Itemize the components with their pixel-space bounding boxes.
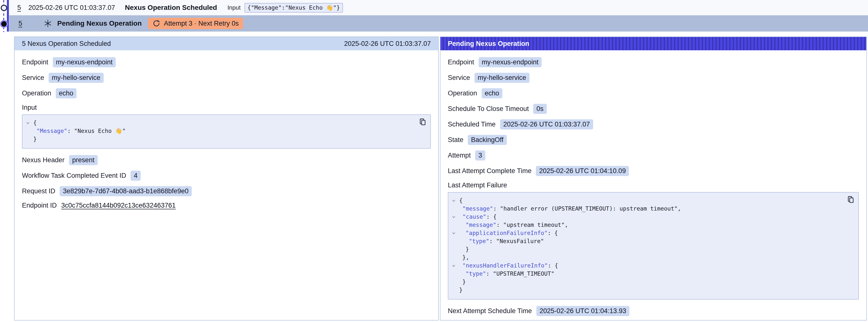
detail-row: Attempt 3 xyxy=(448,151,859,161)
history-row-pending-operation[interactable]: 5 Pending Nexus Operation Attempt 3 · Ne… xyxy=(9,15,868,32)
detail-label: Last Attempt Complete Time xyxy=(448,167,531,175)
code-line: "type": "UPSTREAM_TIMEOUT" xyxy=(452,270,841,278)
code-line-text: "applicationFailureInfo": { xyxy=(459,229,558,237)
chevron-spacer xyxy=(452,245,459,248)
detail-label: Operation xyxy=(448,90,477,97)
code-line: } xyxy=(452,286,841,294)
detail-row: Service my-hello-service xyxy=(22,73,431,83)
code-line: "type": "NexusFailure" xyxy=(452,237,841,245)
copy-button[interactable] xyxy=(418,118,427,127)
chevron-spacer xyxy=(452,254,459,256)
code-line: "applicationFailureInfo": { xyxy=(452,229,841,237)
pending-operation-title: Pending Nexus Operation xyxy=(57,20,142,27)
detail-label: Operation xyxy=(22,90,51,97)
code-line: "nexusHandlerFailureInfo": { xyxy=(452,262,841,270)
pending-id-link[interactable]: 5 xyxy=(19,20,22,27)
detail-row: Operation echo xyxy=(448,88,859,98)
chevron-spacer xyxy=(452,286,459,288)
detail-label: Service xyxy=(22,74,44,82)
timeline-accent-bar xyxy=(7,0,9,32)
event-id-link[interactable]: 5 xyxy=(17,4,21,11)
detail-value: 3e829b7e-7d67-4b08-aad3-b1e868bfe9e0 xyxy=(60,186,192,196)
chevron-spacer xyxy=(26,127,33,129)
code-line-text: "cause": { xyxy=(459,213,496,221)
code-line: "message": "upstream timeout", xyxy=(452,221,841,229)
detail-value: 2025-02-26 UTC 01:04:13.93 xyxy=(536,306,629,316)
code-line: } xyxy=(452,245,841,254)
code-line: }, xyxy=(452,254,841,262)
detail-label: Service xyxy=(448,74,470,82)
detail-value: my-hello-service xyxy=(474,73,529,83)
code-line-text: "type": "NexusFailure" xyxy=(459,237,544,245)
event-detail-panel-header: 5 Nexus Operation Scheduled 2025-02-26 U… xyxy=(14,37,438,50)
code-line-text: "message": "handler error (UPSTREAM_TIME… xyxy=(459,205,681,213)
input-json-viewer: {"Message": "Nexus Echo 👋"} xyxy=(22,115,431,149)
detail-row: Endpoint ID 3c0c75ccfa8144b092c13ce63246… xyxy=(22,202,431,209)
collapse-chevron-icon[interactable] xyxy=(452,229,459,235)
detail-row: Scheduled Time 2025-02-26 UTC 01:03:37.0… xyxy=(448,119,859,129)
detail-row: Request ID 3e829b7e-7d67-4b08-aad3-b1e86… xyxy=(22,186,431,196)
code-line-text: { xyxy=(459,196,463,205)
history-row-event[interactable]: 5 2025-02-26 UTC 01:03:37.07 Nexus Opera… xyxy=(9,0,868,15)
chevron-spacer xyxy=(26,135,33,137)
detail-value[interactable]: 3c0c75ccfa8144b092c13ce632463761 xyxy=(61,202,176,209)
code-line-text: "nexusHandlerFailureInfo": { xyxy=(459,262,558,270)
event-detail-panel-title: 5 Nexus Operation Scheduled xyxy=(22,40,111,47)
input-section-label: Input xyxy=(22,104,431,111)
code-line: } xyxy=(26,135,413,143)
code-line-text: } xyxy=(459,245,469,254)
detail-value: 2025-02-26 UTC 01:04:10.09 xyxy=(536,166,629,176)
retry-badge-label: Attempt 3 · Next Retry 0s xyxy=(164,20,239,27)
detail-value: my-nexus-endpoint xyxy=(53,57,116,67)
code-line-text: } xyxy=(459,278,466,286)
detail-label: Attempt xyxy=(448,152,471,159)
detail-label: Endpoint xyxy=(448,58,474,66)
timeline-node-pending-icon xyxy=(1,21,7,27)
chevron-spacer xyxy=(452,221,459,223)
nexus-operation-star-icon xyxy=(43,19,52,28)
detail-value: my-nexus-endpoint xyxy=(479,57,542,67)
code-line: { xyxy=(26,119,413,127)
detail-row: Workflow Task Completed Event ID 4 xyxy=(22,171,431,181)
detail-label: State xyxy=(448,136,463,144)
code-line: "message": "handler error (UPSTREAM_TIME… xyxy=(452,205,841,213)
event-input-value-badge: {"Message":"Nexus Echo 👋"} xyxy=(245,3,343,12)
chevron-spacer xyxy=(452,270,459,272)
pending-operation-panel-header: Pending Nexus Operation xyxy=(440,37,866,50)
detail-value: echo xyxy=(56,88,77,98)
code-line-text: }, xyxy=(459,254,469,262)
detail-value: 3 xyxy=(475,151,485,161)
detail-row: Schedule To Close Timeout 0s xyxy=(448,104,859,114)
copy-button[interactable] xyxy=(846,195,855,205)
detail-row: Endpoint my-nexus-endpoint xyxy=(22,57,431,67)
copy-icon xyxy=(846,195,855,204)
detail-row: Last Attempt Complete Time 2025-02-26 UT… xyxy=(448,166,859,176)
code-line-text: "message": "upstream timeout", xyxy=(459,221,568,229)
failure-json-viewer: {"message": "handler error (UPSTREAM_TIM… xyxy=(448,192,859,299)
collapse-chevron-icon[interactable] xyxy=(26,119,33,125)
code-line: "cause": { xyxy=(452,213,841,221)
code-line: { xyxy=(452,196,841,205)
detail-value: BackingOff xyxy=(468,135,507,145)
detail-label: Nexus Header xyxy=(22,156,65,164)
detail-row: Operation echo xyxy=(22,88,431,98)
detail-label: Scheduled Time xyxy=(448,121,496,128)
code-line-text: } xyxy=(459,286,463,294)
code-line: } xyxy=(452,278,841,286)
event-title: Nexus Operation Scheduled xyxy=(125,4,217,11)
detail-label: Next Attempt Schedule Time xyxy=(448,307,532,315)
detail-value: my-hello-service xyxy=(49,73,104,83)
detail-value: 0s xyxy=(533,104,547,114)
failure-section-label: Last Attempt Failure xyxy=(448,182,859,189)
code-line: "Message": "Nexus Echo 👋" xyxy=(26,127,413,135)
collapse-chevron-icon[interactable] xyxy=(452,213,459,219)
collapse-chevron-icon[interactable] xyxy=(452,196,459,203)
collapse-chevron-icon[interactable] xyxy=(452,262,459,268)
detail-row: Next Attempt Schedule Time 2025-02-26 UT… xyxy=(448,306,859,316)
retry-badge: Attempt 3 · Next Retry 0s xyxy=(148,18,243,29)
code-line-text: "type": "UPSTREAM_TIMEOUT" xyxy=(459,270,554,278)
detail-row: Service my-hello-service xyxy=(448,73,859,83)
chevron-spacer xyxy=(452,278,459,280)
chevron-spacer xyxy=(452,205,459,207)
chevron-spacer xyxy=(452,237,459,239)
